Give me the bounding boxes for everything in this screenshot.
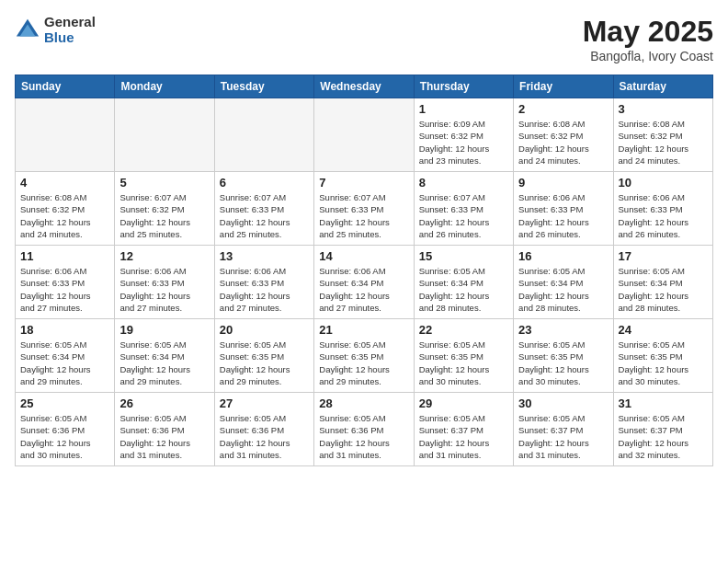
calendar-cell: 4Sunrise: 6:08 AMSunset: 6:32 PMDaylight… (16, 172, 115, 246)
calendar-cell (115, 98, 214, 172)
day-info: Sunrise: 6:07 AMSunset: 6:32 PMDaylight:… (119, 191, 209, 240)
day-info: Sunrise: 6:06 AMSunset: 6:33 PMDaylight:… (619, 191, 708, 240)
weekday-header-sunday: Sunday (16, 75, 115, 98)
calendar-cell: 20Sunrise: 6:05 AMSunset: 6:35 PMDayligh… (214, 319, 313, 393)
calendar-cell: 27Sunrise: 6:05 AMSunset: 6:36 PMDayligh… (214, 393, 313, 466)
logo: General Blue (15, 15, 96, 45)
day-number: 15 (419, 249, 508, 263)
day-info: Sunrise: 6:05 AMSunset: 6:35 PMDaylight:… (319, 339, 408, 387)
weekday-header-thursday: Thursday (414, 75, 513, 98)
calendar-cell: 17Sunrise: 6:05 AMSunset: 6:34 PMDayligh… (613, 246, 712, 319)
calendar-cell: 2Sunrise: 6:08 AMSunset: 6:32 PMDaylight… (514, 98, 613, 172)
day-info: Sunrise: 6:05 AMSunset: 6:34 PMDaylight:… (419, 265, 508, 314)
day-info: Sunrise: 6:08 AMSunset: 6:32 PMDaylight:… (619, 118, 708, 167)
day-number: 7 (319, 176, 408, 190)
day-number: 26 (119, 396, 209, 410)
day-info: Sunrise: 6:05 AMSunset: 6:37 PMDaylight:… (619, 412, 708, 461)
calendar-cell: 18Sunrise: 6:05 AMSunset: 6:34 PMDayligh… (16, 319, 115, 393)
day-number: 4 (20, 176, 109, 190)
calendar-cell: 25Sunrise: 6:05 AMSunset: 6:36 PMDayligh… (16, 393, 115, 466)
calendar-table: SundayMondayTuesdayWednesdayThursdayFrid… (15, 75, 713, 466)
calendar-cell: 3Sunrise: 6:08 AMSunset: 6:32 PMDaylight… (613, 98, 712, 172)
day-info: Sunrise: 6:05 AMSunset: 6:35 PMDaylight:… (619, 339, 708, 387)
day-info: Sunrise: 6:07 AMSunset: 6:33 PMDaylight:… (220, 191, 309, 240)
day-info: Sunrise: 6:05 AMSunset: 6:34 PMDaylight:… (619, 265, 708, 314)
day-number: 21 (319, 323, 408, 337)
day-info: Sunrise: 6:05 AMSunset: 6:34 PMDaylight:… (518, 265, 608, 314)
day-number: 12 (119, 249, 209, 263)
weekday-header-tuesday: Tuesday (214, 75, 313, 98)
calendar-cell (214, 98, 313, 172)
calendar-cell: 13Sunrise: 6:06 AMSunset: 6:33 PMDayligh… (214, 246, 313, 319)
day-number: 10 (619, 176, 708, 190)
day-number: 1 (419, 102, 508, 116)
calendar-cell: 24Sunrise: 6:05 AMSunset: 6:35 PMDayligh… (613, 319, 712, 393)
day-info: Sunrise: 6:05 AMSunset: 6:36 PMDaylight:… (319, 412, 408, 461)
day-number: 31 (619, 396, 708, 410)
day-number: 6 (220, 176, 309, 190)
day-info: Sunrise: 6:09 AMSunset: 6:32 PMDaylight:… (419, 118, 508, 167)
day-number: 20 (220, 323, 309, 337)
day-info: Sunrise: 6:05 AMSunset: 6:34 PMDaylight:… (20, 339, 109, 387)
day-info: Sunrise: 6:07 AMSunset: 6:33 PMDaylight:… (319, 191, 408, 240)
weekday-header-row: SundayMondayTuesdayWednesdayThursdayFrid… (16, 75, 713, 98)
calendar-location: Bangofla, Ivory Coast (583, 49, 713, 63)
week-row-4: 18Sunrise: 6:05 AMSunset: 6:34 PMDayligh… (16, 319, 713, 393)
calendar-cell: 14Sunrise: 6:06 AMSunset: 6:34 PMDayligh… (314, 246, 414, 319)
calendar-cell: 23Sunrise: 6:05 AMSunset: 6:35 PMDayligh… (514, 319, 613, 393)
day-number: 28 (319, 396, 408, 410)
logo-general-label: General (44, 15, 96, 30)
logo-text: General Blue (44, 15, 96, 45)
day-number: 14 (319, 249, 408, 263)
day-info: Sunrise: 6:06 AMSunset: 6:34 PMDaylight:… (319, 265, 408, 314)
weekday-header-saturday: Saturday (613, 75, 712, 98)
weekday-header-friday: Friday (514, 75, 613, 98)
day-number: 13 (220, 249, 309, 263)
week-row-3: 11Sunrise: 6:06 AMSunset: 6:33 PMDayligh… (16, 246, 713, 319)
calendar-cell (314, 98, 414, 172)
day-number: 2 (518, 102, 608, 116)
weekday-header-monday: Monday (115, 75, 214, 98)
weekday-header-wednesday: Wednesday (314, 75, 414, 98)
day-number: 23 (518, 323, 608, 337)
day-number: 17 (619, 249, 708, 263)
logo-blue-label: Blue (44, 30, 96, 46)
calendar-title: May 2025 (583, 15, 713, 49)
day-number: 16 (518, 249, 608, 263)
week-row-2: 4Sunrise: 6:08 AMSunset: 6:32 PMDaylight… (16, 172, 713, 246)
day-info: Sunrise: 6:08 AMSunset: 6:32 PMDaylight:… (518, 118, 608, 167)
day-info: Sunrise: 6:06 AMSunset: 6:33 PMDaylight:… (119, 265, 209, 314)
day-number: 22 (419, 323, 508, 337)
day-number: 19 (119, 323, 209, 337)
day-number: 3 (619, 102, 708, 116)
day-number: 11 (20, 249, 109, 263)
calendar-cell: 12Sunrise: 6:06 AMSunset: 6:33 PMDayligh… (115, 246, 214, 319)
logo-icon (15, 17, 40, 43)
day-number: 18 (20, 323, 109, 337)
calendar-cell: 5Sunrise: 6:07 AMSunset: 6:32 PMDaylight… (115, 172, 214, 246)
calendar-cell: 22Sunrise: 6:05 AMSunset: 6:35 PMDayligh… (414, 319, 513, 393)
day-number: 8 (419, 176, 508, 190)
day-info: Sunrise: 6:05 AMSunset: 6:37 PMDaylight:… (419, 412, 508, 461)
calendar-cell: 8Sunrise: 6:07 AMSunset: 6:33 PMDaylight… (414, 172, 513, 246)
calendar-cell: 16Sunrise: 6:05 AMSunset: 6:34 PMDayligh… (514, 246, 613, 319)
day-number: 25 (20, 396, 109, 410)
page-header: General Blue May 2025 Bangofla, Ivory Co… (15, 15, 713, 63)
day-info: Sunrise: 6:06 AMSunset: 6:33 PMDaylight:… (20, 265, 109, 314)
day-info: Sunrise: 6:06 AMSunset: 6:33 PMDaylight:… (220, 265, 309, 314)
calendar-cell: 21Sunrise: 6:05 AMSunset: 6:35 PMDayligh… (314, 319, 414, 393)
calendar-cell: 9Sunrise: 6:06 AMSunset: 6:33 PMDaylight… (514, 172, 613, 246)
day-info: Sunrise: 6:05 AMSunset: 6:35 PMDaylight:… (220, 339, 309, 387)
week-row-5: 25Sunrise: 6:05 AMSunset: 6:36 PMDayligh… (16, 393, 713, 466)
calendar-cell: 29Sunrise: 6:05 AMSunset: 6:37 PMDayligh… (414, 393, 513, 466)
calendar-cell: 11Sunrise: 6:06 AMSunset: 6:33 PMDayligh… (16, 246, 115, 319)
day-info: Sunrise: 6:05 AMSunset: 6:35 PMDaylight:… (419, 339, 508, 387)
calendar-cell: 15Sunrise: 6:05 AMSunset: 6:34 PMDayligh… (414, 246, 513, 319)
calendar-cell: 28Sunrise: 6:05 AMSunset: 6:36 PMDayligh… (314, 393, 414, 466)
day-info: Sunrise: 6:05 AMSunset: 6:36 PMDaylight:… (220, 412, 309, 461)
day-info: Sunrise: 6:08 AMSunset: 6:32 PMDaylight:… (20, 191, 109, 240)
day-number: 9 (518, 176, 608, 190)
day-info: Sunrise: 6:05 AMSunset: 6:36 PMDaylight:… (20, 412, 109, 461)
calendar-cell: 6Sunrise: 6:07 AMSunset: 6:33 PMDaylight… (214, 172, 313, 246)
day-number: 29 (419, 396, 508, 410)
